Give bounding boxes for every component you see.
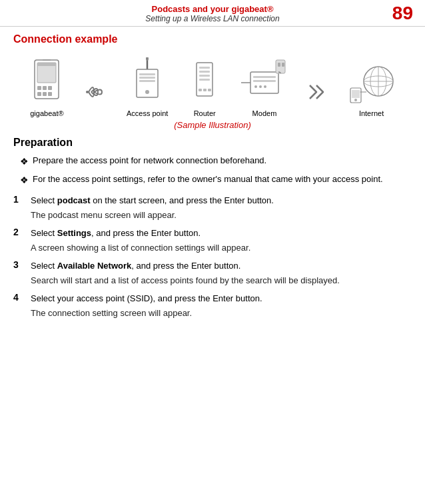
router-icon <box>187 57 222 105</box>
step-2: 2 Select Settings, and press the Enter b… <box>13 227 412 254</box>
svg-rect-42 <box>352 90 360 98</box>
step-1-main: Select podcast on the start screen, and … <box>31 194 274 207</box>
step-3-bold: Available Network <box>57 261 132 271</box>
svg-rect-27 <box>250 72 278 93</box>
bullet-item-1: ❖ Prepare the access point for network c… <box>20 154 412 169</box>
internet-label: Internet <box>359 109 384 117</box>
step-4-content: Select your access point (SSID), and pre… <box>31 292 262 319</box>
svg-rect-7 <box>43 92 47 96</box>
step-number-2: 2 <box>13 227 24 237</box>
step-2-main: Select Settings, and press the Enter but… <box>31 227 250 240</box>
step-3-content: Select Available Network, and press the … <box>31 259 340 287</box>
svg-rect-20 <box>199 71 210 73</box>
step-1: 1 Select podcast on the start screen, an… <box>13 194 412 221</box>
bullet-item-2: ❖ For the access point settings, refer t… <box>20 173 412 187</box>
svg-rect-5 <box>48 86 52 90</box>
step-3-sub: Search will start and a list of access p… <box>31 274 340 287</box>
preparation-heading: Preparation <box>13 137 412 149</box>
access-point-label: Access point <box>127 109 168 117</box>
svg-point-30 <box>254 85 257 88</box>
router-device: Router <box>187 57 222 117</box>
internet-icon <box>348 57 396 105</box>
step-1-sub: The podcast menu screen will appear. <box>31 209 274 222</box>
step-number-1: 1 <box>13 194 24 205</box>
header-subtitle: Setting up a Wireless LAN connection <box>0 14 425 23</box>
diamond-icon-1: ❖ <box>20 155 29 169</box>
svg-point-12 <box>146 57 149 61</box>
svg-point-32 <box>264 85 266 88</box>
svg-point-17 <box>145 90 149 94</box>
svg-rect-35 <box>282 63 284 67</box>
svg-rect-29 <box>253 80 276 82</box>
internet-device: Internet <box>348 57 396 117</box>
gigabeat-device: gigabeat® <box>29 57 64 117</box>
gigabeat-icon <box>29 57 64 105</box>
connection-heading: Connection example <box>13 33 412 45</box>
step-1-bold: podcast <box>57 195 91 205</box>
svg-rect-19 <box>199 67 210 69</box>
svg-rect-6 <box>37 92 41 96</box>
svg-rect-8 <box>48 92 52 96</box>
wifi-signal-icon <box>83 79 107 117</box>
access-point-device: Access point <box>127 57 168 117</box>
network-arrow-icon <box>307 79 328 117</box>
svg-point-31 <box>259 85 262 88</box>
svg-rect-28 <box>253 76 276 78</box>
svg-rect-2 <box>37 63 56 66</box>
step-1-content: Select podcast on the start screen, and … <box>31 194 274 221</box>
svg-point-10 <box>86 91 89 93</box>
access-point-icon <box>130 57 165 105</box>
svg-rect-21 <box>199 75 210 77</box>
step-4: 4 Select your access point (SSID), and p… <box>13 292 412 319</box>
step-2-content: Select Settings, and press the Enter but… <box>31 227 250 254</box>
step-2-bold: Settings <box>57 228 91 238</box>
bullet-text-1: Prepare the access point for network con… <box>33 154 266 169</box>
svg-rect-25 <box>208 89 211 91</box>
svg-rect-24 <box>203 89 207 91</box>
modem-icon <box>241 57 288 105</box>
main-content: Connection example <box>0 27 425 331</box>
svg-rect-22 <box>199 79 210 81</box>
gigabeat-label: gigabeat® <box>30 109 63 117</box>
connection-diagram: gigabeat® <box>13 51 412 117</box>
step-3-main: Select Available Network, and press the … <box>31 259 340 273</box>
router-label: Router <box>194 109 216 117</box>
page-header: Podcasts and your gigabeat® Setting up a… <box>0 0 425 27</box>
svg-rect-15 <box>139 77 155 79</box>
svg-rect-3 <box>37 86 41 90</box>
svg-rect-34 <box>278 63 280 67</box>
preparation-steps: 1 Select podcast on the start screen, an… <box>13 194 412 319</box>
step-number-4: 4 <box>13 292 24 303</box>
svg-point-43 <box>354 99 357 101</box>
bullet-text-2: For the access point settings, refer to … <box>33 173 383 187</box>
svg-rect-23 <box>199 89 202 91</box>
svg-rect-4 <box>43 86 47 90</box>
preparation-bullets: ❖ Prepare the access point for network c… <box>13 154 412 187</box>
step-2-sub: A screen showing a list of connection se… <box>31 241 250 255</box>
svg-rect-16 <box>139 80 155 82</box>
svg-rect-14 <box>139 73 155 75</box>
modem-device: Modem <box>241 57 288 117</box>
sample-caption: (Sample Illustration) <box>13 120 412 130</box>
modem-label: Modem <box>252 109 277 117</box>
page-number: 89 <box>392 3 413 24</box>
step-3: 3 Select Available Network, and press th… <box>13 259 412 287</box>
step-number-3: 3 <box>13 259 24 270</box>
diamond-icon-2: ❖ <box>20 173 29 187</box>
header-title: Podcasts and your gigabeat® <box>0 4 425 14</box>
step-4-sub: The connection setting screen will appea… <box>31 307 262 320</box>
step-4-main: Select your access point (SSID), and pre… <box>31 292 262 305</box>
